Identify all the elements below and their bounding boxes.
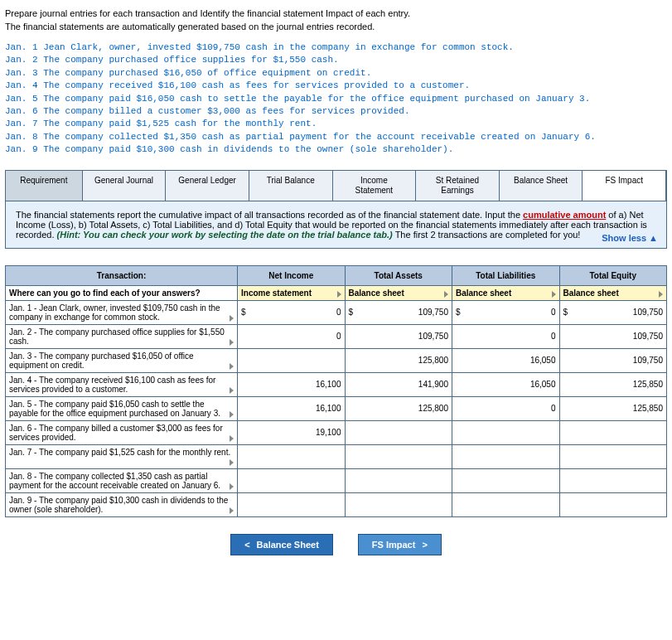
- tab-balance-sheet[interactable]: Balance Sheet: [500, 171, 583, 201]
- value-cell-ta[interactable]: 141,900: [345, 372, 452, 396]
- value-cell-tl[interactable]: 16,050: [452, 372, 560, 396]
- transaction-cell[interactable]: Jan. 4 - The company received $16,100 ca…: [6, 372, 238, 396]
- value-cell-te[interactable]: 109,750: [559, 324, 667, 348]
- caret-up-icon: ▲: [649, 233, 658, 243]
- value-cell-ni[interactable]: [238, 348, 346, 372]
- tab-trial-balance[interactable]: Trial Balance: [249, 171, 333, 201]
- value-cell-te[interactable]: [559, 444, 667, 468]
- value-cell-ni[interactable]: [238, 444, 346, 468]
- dropdown-icon: [230, 435, 234, 442]
- value-cell-ni[interactable]: [238, 468, 346, 492]
- dollar-sign: $: [349, 308, 354, 317]
- answer-ni-select[interactable]: Income statement: [238, 285, 346, 300]
- value-cell-tl[interactable]: 16,050: [452, 348, 560, 372]
- answer-tl-select[interactable]: Balance sheet: [452, 285, 560, 300]
- value-cell-ni[interactable]: 19,100: [238, 420, 346, 444]
- value-cell-ta[interactable]: [345, 492, 452, 516]
- intro-line2: The financial statements are automatical…: [5, 22, 667, 32]
- value-cell-te[interactable]: 125,850: [559, 396, 667, 420]
- value-cell-te[interactable]: $109,750: [559, 300, 667, 324]
- value-cell-tl[interactable]: 0: [452, 396, 560, 420]
- chevron-left-icon: <: [244, 540, 249, 550]
- next-fs-impact-button[interactable]: FS Impact >: [358, 534, 442, 555]
- dollar-sign: $: [241, 308, 246, 317]
- value-cell-ta[interactable]: [345, 420, 452, 444]
- tab-general-ledger[interactable]: General Ledger: [166, 171, 249, 201]
- transaction-cell[interactable]: Jan. 8 - The company collected $1,350 ca…: [6, 468, 238, 492]
- answer-ta-select[interactable]: Balance sheet: [345, 285, 452, 300]
- dropdown-icon: [552, 291, 556, 298]
- show-less-toggle[interactable]: Show less ▲: [602, 233, 658, 243]
- tab-bar: Requirement General Journal General Ledg…: [5, 170, 667, 201]
- value-cell-te[interactable]: 109,750: [559, 348, 667, 372]
- value-cell-ta[interactable]: 109,750: [345, 324, 452, 348]
- instruction-box: The financial statements report the cumu…: [5, 201, 667, 249]
- dropdown-icon: [230, 363, 234, 370]
- value-cell-ta[interactable]: [345, 444, 452, 468]
- dropdown-icon: [230, 315, 234, 322]
- dropdown-icon: [230, 387, 234, 394]
- value-cell-tl[interactable]: [452, 492, 560, 516]
- transaction-cell[interactable]: Jan. 7 - The company paid $1,525 cash fo…: [6, 444, 238, 468]
- answer-te-select[interactable]: Balance sheet: [559, 285, 667, 300]
- value-cell-te[interactable]: 125,850: [559, 372, 667, 396]
- prev-balance-sheet-button[interactable]: < Balance Sheet: [230, 534, 333, 555]
- intro-line1: Prepare journal entries for each transac…: [5, 8, 667, 18]
- value-cell-ni[interactable]: [238, 492, 346, 516]
- dropdown-icon: [230, 483, 234, 490]
- value-cell-tl[interactable]: [452, 420, 560, 444]
- transaction-cell[interactable]: Jan. 3 - The company purchased $16,050 o…: [6, 348, 238, 372]
- transaction-cell[interactable]: Jan. 6 - The company billed a customer $…: [6, 420, 238, 444]
- dropdown-icon: [230, 339, 234, 346]
- tab-fs-impact[interactable]: FS Impact: [583, 171, 666, 201]
- transaction-cell[interactable]: Jan. 2 - The company purchased office su…: [6, 324, 238, 348]
- dropdown-icon: [230, 411, 234, 418]
- value-cell-ni[interactable]: 0: [238, 324, 346, 348]
- answer-row-label: Where can you go to find each of your an…: [6, 285, 238, 300]
- info-text-1: The financial statements report the cumu…: [16, 210, 523, 220]
- fs-impact-table: Transaction: Net Income Total Assets Tot…: [5, 265, 667, 517]
- tab-retained-earnings[interactable]: St Retained Earnings: [416, 171, 500, 201]
- dropdown-icon: [659, 291, 663, 298]
- value-cell-ni[interactable]: 16,100: [238, 372, 346, 396]
- journal-entries-block: Jan. 1 Jean Clark, owner, invested $109,…: [5, 41, 667, 157]
- value-cell-tl[interactable]: [452, 444, 560, 468]
- header-transaction: Transaction:: [6, 265, 238, 285]
- transaction-cell[interactable]: Jan. 1 - Jean Clark, owner, invested $10…: [6, 300, 238, 324]
- value-cell-tl[interactable]: [452, 468, 560, 492]
- header-total-assets: Total Assets: [345, 265, 452, 285]
- value-cell-te[interactable]: [559, 420, 667, 444]
- dropdown-icon: [337, 291, 341, 298]
- chevron-right-icon: >: [422, 540, 427, 550]
- value-cell-tl[interactable]: $0: [452, 300, 560, 324]
- dropdown-icon: [230, 507, 234, 514]
- value-cell-ta[interactable]: [345, 468, 452, 492]
- dropdown-icon: [444, 291, 448, 298]
- header-net-income: Net Income: [238, 265, 346, 285]
- value-cell-ta[interactable]: $109,750: [345, 300, 452, 324]
- tab-requirement[interactable]: Requirement: [6, 171, 83, 201]
- dropdown-icon: [230, 459, 234, 466]
- dollar-sign: $: [563, 308, 568, 317]
- value-cell-te[interactable]: [559, 468, 667, 492]
- value-cell-ni[interactable]: 16,100: [238, 396, 346, 420]
- value-cell-tl[interactable]: 0: [452, 324, 560, 348]
- hint-text: (Hint: You can check your work by select…: [57, 230, 393, 240]
- value-cell-ta[interactable]: 125,800: [345, 396, 452, 420]
- dollar-sign: $: [456, 308, 461, 317]
- header-total-equity: Total Equity: [559, 265, 667, 285]
- header-total-liabilities: Total Liabilities: [452, 265, 560, 285]
- transaction-cell[interactable]: Jan. 9 - The company paid $10,300 cash i…: [6, 492, 238, 516]
- value-cell-ta[interactable]: 125,800: [345, 348, 452, 372]
- value-cell-ni[interactable]: $0: [238, 300, 346, 324]
- info-text-3: The first 2 transactions are completed f…: [393, 230, 581, 240]
- tab-general-journal[interactable]: General Journal: [83, 171, 167, 201]
- value-cell-te[interactable]: [559, 492, 667, 516]
- tab-income-statement[interactable]: Income Statement: [333, 171, 417, 201]
- cumulative-amount-link[interactable]: cumulative amount: [523, 210, 606, 220]
- transaction-cell[interactable]: Jan. 5 - The company paid $16,050 cash t…: [6, 396, 238, 420]
